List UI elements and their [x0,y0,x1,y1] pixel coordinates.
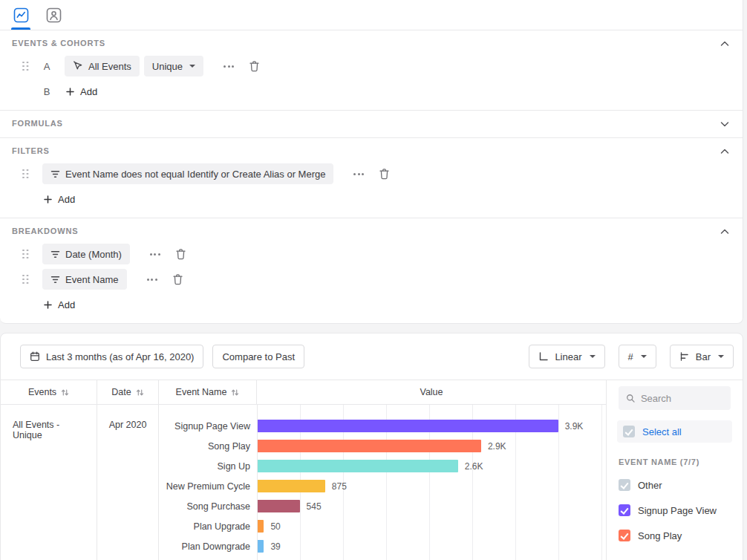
add-breakdown-button[interactable]: Add [42,296,76,313]
event-letter: B [42,86,51,97]
value-bar[interactable] [258,540,264,553]
event-filter-list: OtherSignup Page ViewSong Play [619,472,731,548]
section-title: EVENTS & COHORTS [12,39,105,48]
delete-icon[interactable] [249,60,260,72]
section-title: FILTERS [12,146,50,156]
event-name-cell: Plan Downgrade [159,536,257,556]
value-bar[interactable] [258,520,264,533]
section-header: BREAKDOWNS [0,218,743,241]
value-bar[interactable] [258,500,300,512]
more-options-icon[interactable] [351,169,366,179]
select-all-label: Select all [642,426,682,437]
chart-type-label: Bar [696,351,711,362]
column-header-event-name[interactable]: Event Name [159,380,257,404]
search-input[interactable] [641,393,723,404]
drag-handle-icon[interactable] [22,62,28,71]
delete-icon[interactable] [175,248,186,260]
bar-rows: Signup Page View3.9KSong Play2.9KSign Up… [159,416,606,556]
sort-icon[interactable] [136,388,144,397]
bar-track: 875 [257,476,606,496]
column-header-events[interactable]: Events [1,380,97,404]
breakdown-icon [50,275,60,284]
filter-button[interactable]: Event Name does not equal Identify or Cr… [42,163,333,184]
chevron-up-icon [720,41,729,47]
column-label: Events [28,387,56,397]
value-bar[interactable] [258,440,481,452]
column-header-value[interactable]: Value [257,380,606,404]
table-row: Plan Upgrade50 [159,516,606,536]
checkbox-checked-icon[interactable] [619,479,630,491]
compare-to-past-button[interactable]: Compare to Past [212,345,304,368]
tab-insights[interactable] [5,0,36,30]
plus-icon [66,88,74,96]
delete-icon[interactable] [379,168,390,180]
compare-label: Compare to Past [222,351,295,362]
drag-handle-icon[interactable] [22,169,28,179]
breakdown-row: Date (Month) [0,241,743,267]
value-bar[interactable] [258,460,458,472]
more-options-icon[interactable] [145,275,160,284]
bar-track: 39 [257,536,606,556]
breakdown-label: Event Name [65,274,119,285]
segment-sidebar: Select all EVENT NAME (7/7) OtherSignup … [607,380,743,560]
chevron-down-icon [590,355,596,358]
chevron-down-icon [641,355,647,358]
scale-label: Linear [555,351,581,362]
event-name-cell: Song Purchase [159,496,257,516]
chevron-down-icon [189,65,195,68]
breakdown-button[interactable]: Event Name [42,269,127,290]
bar-track: 545 [257,496,606,516]
scale-dropdown[interactable]: Linear [529,345,604,368]
toolbar-left: Last 3 months (as of Apr 16, 2020) Compa… [20,345,304,368]
drag-handle-icon[interactable] [22,275,28,284]
tab-users[interactable] [38,0,69,30]
user-profile-icon [46,7,62,23]
counting-method-label: Unique [152,61,183,72]
section-header: FORMULAS [0,111,743,137]
value-format-dropdown[interactable]: # [619,345,656,368]
filter-add-row: Add [0,186,743,212]
calendar-icon [30,351,40,362]
counting-method-dropdown[interactable]: Unique [144,56,203,76]
checkbox-checked-icon[interactable] [619,504,630,516]
event-filter-item[interactable]: Song Play [619,523,731,548]
select-all-row[interactable]: Select all [617,420,732,443]
event-name-cell: Plan Upgrade [159,516,257,536]
breakdown-button[interactable]: Date (Month) [42,244,130,264]
delete-icon[interactable] [172,273,183,285]
more-options-icon[interactable] [221,62,236,71]
event-filter-item[interactable]: Other [619,472,731,498]
collapse-section-button[interactable] [719,227,731,236]
more-options-icon[interactable] [148,250,163,259]
select-all-checkbox[interactable] [623,426,635,437]
value-bar[interactable] [258,420,558,432]
event-filter-item[interactable]: Signup Page View [619,498,731,523]
search-box[interactable] [619,386,731,410]
report-tabbar [0,0,743,30]
sort-icon[interactable] [61,388,69,397]
table-row: Plan Downgrade39 [159,536,606,556]
date-range-label: Last 3 months (as of Apr 16, 2020) [46,351,194,362]
add-filter-button[interactable]: Add [42,191,76,208]
collapse-section-button[interactable] [719,39,731,48]
date-cell: Apr 2020 [97,405,159,560]
trash-icon [249,60,260,72]
bar-value-label: 3.9K [565,421,584,432]
chart-type-dropdown[interactable]: Bar [670,345,734,368]
value-bar[interactable] [258,480,325,492]
sort-icon[interactable] [231,388,239,397]
bar-track: 3.9K [257,416,606,436]
event-filter-item-label: Other [638,480,662,491]
results-table: Events Date Event Name Value All Events … [1,380,607,560]
add-event-button[interactable]: Add [65,83,99,100]
plus-icon [44,301,52,309]
expand-section-button[interactable] [719,120,731,128]
event-name-cell: Song Play [159,436,257,456]
drag-handle-icon[interactable] [22,250,28,259]
event-selector-button[interactable]: All Events [65,56,140,76]
collapse-section-button[interactable] [719,147,731,156]
checkbox-checked-icon[interactable] [619,530,630,541]
chevron-up-icon [720,229,729,235]
date-range-button[interactable]: Last 3 months (as of Apr 16, 2020) [20,345,203,368]
column-header-date[interactable]: Date [97,380,159,404]
